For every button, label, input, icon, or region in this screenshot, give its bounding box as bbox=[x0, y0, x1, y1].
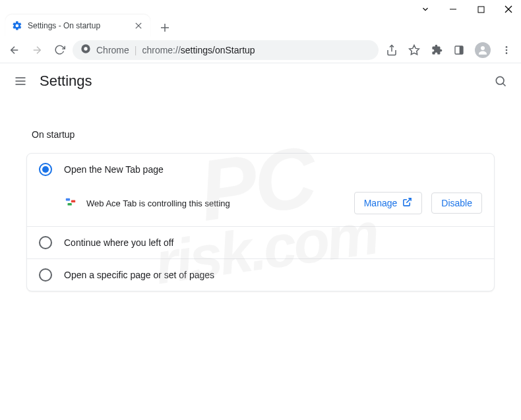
option-label: Open a specific page or set of pages bbox=[64, 270, 214, 280]
close-window-button[interactable] bbox=[504, 5, 513, 14]
startup-options-card: Open the New Tab page Web Ace Tab is con… bbox=[26, 153, 495, 291]
address-bar[interactable]: Chrome | chrome://settings/onStartup bbox=[73, 40, 379, 60]
external-link-icon bbox=[402, 197, 412, 209]
extension-message: Web Ace Tab is controlling this setting bbox=[86, 198, 345, 208]
tab-title: Settings - On startup bbox=[28, 21, 128, 30]
option-label: Open the New Tab page bbox=[64, 164, 164, 175]
section-title: On startup bbox=[32, 129, 489, 140]
option-new-tab[interactable]: Open the New Tab page bbox=[27, 154, 494, 185]
svg-point-17 bbox=[506, 46, 508, 48]
page-title: Settings bbox=[40, 73, 481, 90]
svg-rect-26 bbox=[71, 200, 75, 203]
settings-header: Settings bbox=[0, 63, 521, 99]
back-button[interactable] bbox=[5, 41, 24, 59]
manage-button[interactable]: Manage bbox=[354, 192, 423, 214]
sidepanel-icon[interactable] bbox=[452, 44, 466, 57]
maximize-button[interactable] bbox=[476, 5, 485, 14]
browser-toolbar: Chrome | chrome://settings/onStartup bbox=[0, 37, 521, 63]
close-tab-button[interactable] bbox=[133, 20, 144, 31]
share-icon[interactable] bbox=[385, 44, 398, 57]
url-mid: settings/ bbox=[181, 45, 215, 55]
chrome-icon bbox=[80, 44, 91, 56]
radio-unchecked-icon[interactable] bbox=[39, 268, 52, 282]
tab-strip: Settings - On startup bbox=[0, 9, 521, 37]
new-tab-button[interactable] bbox=[156, 18, 174, 37]
url-prefix: chrome:// bbox=[142, 45, 180, 55]
extension-app-icon bbox=[64, 196, 77, 210]
dropdown-icon[interactable] bbox=[421, 5, 430, 14]
settings-page: Settings On startup Open the New Tab pag… bbox=[0, 63, 521, 311]
minimize-button[interactable] bbox=[448, 5, 458, 14]
disable-button[interactable]: Disable bbox=[431, 193, 482, 214]
svg-point-23 bbox=[496, 76, 504, 84]
svg-rect-25 bbox=[66, 198, 70, 201]
bookmark-star-icon[interactable] bbox=[408, 44, 421, 57]
menu-icon[interactable] bbox=[13, 74, 28, 88]
search-icon[interactable] bbox=[493, 74, 508, 88]
manage-label: Manage bbox=[364, 198, 398, 208]
gear-icon bbox=[12, 20, 22, 31]
url-end: onStartup bbox=[215, 45, 255, 55]
extension-suffix: is controlling this setting bbox=[137, 198, 230, 208]
svg-point-11 bbox=[84, 47, 87, 50]
radio-unchecked-icon[interactable] bbox=[39, 236, 52, 249]
disable-label: Disable bbox=[441, 198, 472, 208]
browser-tab[interactable]: Settings - On startup bbox=[5, 15, 150, 37]
option-specific[interactable]: Open a specific page or set of pages bbox=[27, 259, 494, 291]
url-scheme: Chrome bbox=[96, 45, 129, 55]
profile-avatar[interactable] bbox=[475, 42, 491, 58]
svg-point-18 bbox=[506, 49, 508, 51]
window-controls bbox=[0, 0, 521, 9]
kebab-menu-icon[interactable] bbox=[500, 44, 513, 57]
url-divider: | bbox=[135, 45, 137, 55]
extensions-icon[interactable] bbox=[430, 44, 443, 57]
option-label: Continue where you left off bbox=[64, 237, 173, 248]
option-continue[interactable]: Continue where you left off bbox=[27, 227, 494, 258]
svg-line-28 bbox=[407, 198, 412, 203]
svg-rect-15 bbox=[460, 46, 463, 54]
extension-name: Web Ace Tab bbox=[86, 198, 137, 208]
svg-point-19 bbox=[506, 52, 508, 54]
svg-point-16 bbox=[481, 46, 485, 50]
forward-button[interactable] bbox=[28, 41, 46, 59]
svg-marker-13 bbox=[410, 45, 419, 54]
extension-notice: Web Ace Tab is controlling this setting … bbox=[27, 185, 494, 226]
svg-line-24 bbox=[503, 84, 506, 86]
svg-rect-1 bbox=[478, 7, 484, 13]
radio-checked-icon[interactable] bbox=[39, 163, 52, 176]
svg-rect-27 bbox=[68, 203, 72, 206]
reload-button[interactable] bbox=[50, 41, 69, 59]
